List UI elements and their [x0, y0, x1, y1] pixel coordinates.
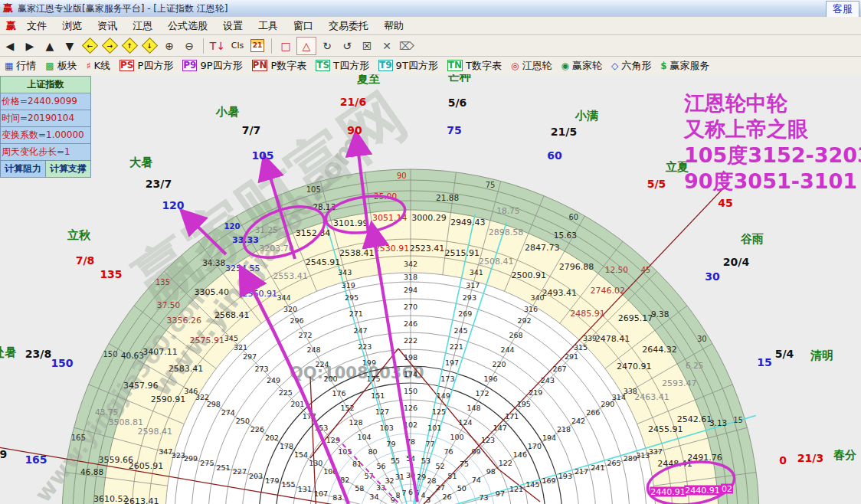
menu-item-7[interactable]: 窗口 — [286, 18, 321, 34]
menu-item-6[interactable]: 工具 — [250, 18, 286, 34]
wheel-label-5/4: 5/4 — [775, 348, 794, 360]
price-row: 价格=2440.9099 — [0, 93, 91, 110]
svg-text:74: 74 — [472, 476, 481, 484]
svg-text:318: 318 — [404, 273, 417, 281]
toolbar-separator — [271, 38, 272, 54]
triangle-tool-icon[interactable]: △ — [296, 37, 316, 55]
diamond-down-icon[interactable]: ↓ — [140, 38, 159, 54]
svg-text:123: 123 — [481, 436, 495, 444]
menu-item-3[interactable]: 江恩 — [125, 18, 160, 34]
svg-text:323: 323 — [172, 451, 185, 460]
9p-square-button[interactable]: P99P四方形 — [182, 59, 242, 73]
zoom-in-icon[interactable]: ⊕ — [160, 38, 178, 54]
t-table-button[interactable]: TNT数字表 — [447, 59, 502, 73]
selected-price-value[interactable]: 02 — [721, 484, 733, 494]
svg-text:2560.91: 2560.91 — [242, 289, 277, 299]
svg-text:197: 197 — [445, 358, 459, 367]
svg-text:203: 203 — [249, 472, 263, 480]
winner-wheel-button[interactable]: ◉赢家轮 — [561, 59, 602, 73]
gann-wheel-button[interactable]: ◎江恩轮 — [511, 59, 552, 73]
menu-item-2[interactable]: 资讯 — [90, 18, 125, 34]
rotate-ccw-icon[interactable]: ↺ — [338, 38, 356, 54]
svg-text:2542.61: 2542.61 — [677, 414, 712, 424]
svg-text:2590.91: 2590.91 — [151, 394, 186, 404]
diamond-left-icon[interactable]: ← — [80, 38, 99, 54]
svg-text:120: 120 — [224, 222, 241, 231]
zoom-out-icon[interactable]: ⊖ — [180, 38, 198, 54]
svg-text:55: 55 — [391, 457, 400, 465]
svg-text:12.50: 12.50 — [605, 265, 628, 274]
p-table-button-label: P数字表 — [270, 59, 306, 73]
svg-text:154: 154 — [294, 450, 308, 459]
wheel-label-小满: 小满 — [575, 109, 598, 123]
calendar-icon[interactable]: 21 — [248, 38, 267, 54]
rotate-cw-icon[interactable]: ↻ — [318, 38, 336, 54]
svg-text:75: 75 — [460, 460, 469, 468]
svg-text:269: 269 — [458, 309, 472, 318]
svg-text:202: 202 — [265, 434, 279, 442]
down-arrow-icon[interactable]: ▼ — [61, 38, 79, 54]
svg-text:270: 270 — [404, 303, 417, 311]
svg-text:174: 174 — [404, 370, 417, 378]
svg-text:52: 52 — [435, 462, 444, 470]
svg-text:73: 73 — [480, 493, 489, 502]
svg-text:26: 26 — [443, 493, 452, 501]
menu-item-4[interactable]: 公式选股 — [160, 18, 215, 34]
svg-text:2949.43: 2949.43 — [450, 218, 486, 227]
svg-text:223: 223 — [358, 342, 372, 351]
9t-square-button[interactable]: T99T四方形 — [378, 59, 438, 73]
menu-item-0[interactable]: 文件 — [19, 18, 54, 34]
up-arrow-icon[interactable]: ▲ — [41, 38, 59, 54]
hexagon-button[interactable]: ◇六角形 — [611, 59, 651, 73]
svg-text:2644.32: 2644.32 — [642, 345, 677, 355]
quote-button[interactable]: ▦行情 — [5, 59, 36, 73]
svg-text:4: 4 — [421, 491, 425, 499]
svg-text:18.75: 18.75 — [496, 206, 519, 215]
svg-text:3254.55: 3254.55 — [225, 263, 260, 273]
square-tool-icon[interactable]: □ — [277, 38, 295, 54]
svg-text:2598.41: 2598.41 — [137, 427, 172, 437]
cls-button[interactable]: Cls — [228, 38, 247, 54]
svg-text:244: 244 — [500, 345, 514, 354]
svg-text:6: 6 — [408, 488, 413, 496]
wheel-label-105: 105 — [251, 149, 273, 162]
9p-square-button-label: 9P四方形 — [200, 59, 242, 73]
svg-text:2568.41: 2568.41 — [214, 310, 250, 320]
time-axis-icon[interactable]: T↓ — [208, 38, 227, 54]
calc-resistance-button[interactable]: 计算阻力 — [0, 161, 46, 178]
prev-arrow-icon[interactable]: ◀ — [1, 38, 19, 54]
p-square-button[interactable]: PSP四方形 — [119, 59, 173, 73]
svg-text:345: 345 — [224, 334, 238, 342]
menu-item-8[interactable]: 交易委托 — [321, 18, 376, 34]
menu-item-9[interactable]: 帮助 — [376, 18, 411, 34]
svg-text:46.88: 46.88 — [80, 467, 103, 476]
menu-item-5[interactable]: 设置 — [215, 18, 250, 34]
selected-price-value[interactable]: 2440.91 — [650, 487, 686, 497]
svg-text:124: 124 — [458, 418, 472, 427]
step-row: 周天变化步长=1 — [0, 144, 91, 161]
sector-button[interactable]: ▩板块 — [45, 59, 77, 73]
winner-service-button[interactable]: $赢家服务 — [660, 59, 709, 73]
diamond-up-icon[interactable]: ↑ — [120, 38, 139, 54]
boxed-x-icon[interactable]: ☒ — [358, 38, 376, 54]
clear-tool-icon[interactable]: ⌦ — [398, 38, 416, 54]
calc-support-button[interactable]: 计算支撑 — [46, 161, 91, 178]
crosshair-icon[interactable]: ✕ — [378, 38, 396, 54]
selected-price-value[interactable]: 2440.91 — [684, 486, 721, 496]
wheel-label-23/8: 23/8 — [25, 348, 51, 360]
kline-button[interactable]: ♯K线 — [87, 59, 110, 73]
t-table-button-label: T数字表 — [466, 59, 502, 73]
svg-text:224: 224 — [315, 360, 329, 368]
menu-item-1[interactable]: 浏览 — [54, 18, 90, 34]
next-arrow-icon[interactable]: ▶ — [21, 38, 39, 54]
customer-service-tab[interactable]: 客服 — [826, 1, 859, 18]
svg-text:8: 8 — [395, 491, 400, 499]
p-table-button[interactable]: PNP数字表 — [252, 59, 307, 73]
coefficient-row: 变换系数=1.00000 — [0, 127, 91, 144]
svg-text:3000.29: 3000.29 — [411, 213, 447, 223]
svg-text:37.50: 37.50 — [157, 300, 180, 309]
wheel-label-大暑: 大暑 — [129, 155, 152, 170]
svg-text:125: 125 — [432, 407, 446, 416]
diamond-right-icon[interactable]: → — [100, 38, 119, 54]
t-square-button[interactable]: TST四方形 — [316, 59, 369, 73]
